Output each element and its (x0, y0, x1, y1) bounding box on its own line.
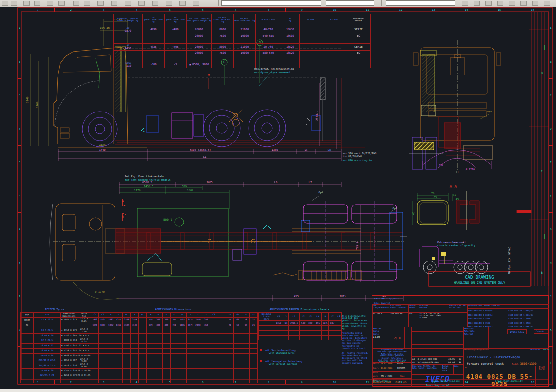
bearb-date: 16.01.2006 (381, 363, 397, 367)
table-cell (218, 338, 226, 343)
table-cell (249, 348, 257, 353)
table-cell: 04.06 (448, 361, 459, 364)
bearb-name: MAIER (397, 363, 403, 367)
toolbar-icon[interactable] (179, 1, 186, 6)
table-cell (210, 323, 218, 328)
list-item: D (18, 112, 21, 146)
table-cell: TYP (21, 313, 34, 318)
table-cell (107, 373, 115, 378)
drawing-label: Ø 1770 (466, 168, 475, 171)
table-cell (281, 38, 300, 43)
table-cell (115, 369, 122, 373)
toolbar-icon[interactable] (166, 1, 172, 6)
table-cell (138, 353, 146, 358)
table-cell (323, 61, 346, 68)
toolbar-icon[interactable] (474, 1, 480, 6)
table-cell (21, 358, 34, 363)
table-cell (115, 343, 122, 348)
toolbar-combobox[interactable] (221, 0, 321, 6)
table-cell (314, 330, 322, 335)
table-cell (178, 378, 186, 383)
table-cell (178, 353, 186, 358)
fzg-value: 380 08B NN (390, 312, 409, 327)
fg-zeichn-header: F+G-ZEICHN. NR. Dr.nr.-Nut (449, 304, 468, 313)
toolbar-icon[interactable] (11, 1, 17, 6)
note-bullet-icon (260, 349, 262, 351)
table-cell (186, 363, 194, 369)
toolbar-combobox[interactable] (326, 0, 374, 6)
toolbar-icon[interactable] (23, 1, 30, 6)
toolbar-icon[interactable] (111, 1, 117, 6)
toolbar-icon[interactable] (138, 1, 145, 6)
toolbar-icon[interactable] (125, 1, 131, 6)
list-item: 2 (55, 8, 88, 12)
table-cell (123, 333, 131, 338)
table-cell (234, 56, 256, 61)
list-item: C (549, 79, 553, 112)
table-cell (162, 328, 170, 333)
toolbar-icon[interactable] (485, 1, 492, 6)
table-cell (99, 353, 107, 358)
table-cell (274, 335, 283, 340)
table-cell (138, 363, 146, 369)
table-cell (123, 343, 131, 348)
table-cell (322, 335, 329, 340)
list-item: 4184 0824 DB 1 084/4c (468, 313, 508, 317)
table-cell (107, 363, 115, 369)
list-item: 4184 0826 DB 1 3500 (468, 321, 508, 326)
drawing-label: 1380 (271, 149, 278, 151)
table-cell (114, 33, 143, 38)
toolbar-icon[interactable] (497, 1, 503, 6)
table-cell (154, 378, 162, 383)
list-item: 4 (120, 8, 153, 12)
toolbar-icon[interactable] (193, 1, 199, 6)
toolbar-icon[interactable] (84, 1, 90, 6)
urspr-label: Urspr./Orig.: (372, 380, 432, 384)
toolbar-icon[interactable] (47, 1, 53, 6)
table-cell: 26000 (187, 50, 212, 56)
getriebe-value: ZF 16 S 181 TD (S) ZF 12 AS 2301 TD+GV T… (419, 312, 449, 327)
toolbar-icon[interactable] (544, 1, 550, 6)
table-cell (107, 328, 115, 333)
toolbar-icon[interactable] (73, 1, 79, 6)
drawing-viewport[interactable]: 910 A1495 ABGGMmax.dynam. Reifenausschla… (0, 7, 556, 389)
table-cell: 295/80 R 22.5 (34, 358, 61, 363)
list-item: B (549, 45, 553, 79)
drawing-label: M (208, 74, 210, 77)
table-cell (131, 378, 138, 383)
table-cell: 300 (154, 317, 162, 323)
table-cell: ▪ 1268 X 379 (61, 373, 77, 378)
table-cell (123, 353, 131, 358)
drawing-label: 1685 (206, 181, 212, 184)
list-item: 15 (483, 8, 517, 12)
toolbar-combobox[interactable] (386, 0, 455, 6)
table-cell (259, 325, 274, 330)
table-cell (234, 338, 242, 343)
toolbar-icon[interactable] (152, 1, 158, 6)
table-cell (131, 328, 138, 333)
table-cell (300, 56, 323, 61)
table-cell: -3 (165, 61, 187, 68)
toolbar-icon[interactable] (58, 1, 65, 6)
table-cell: 60 (234, 317, 242, 323)
toolbar-icon[interactable] (462, 1, 468, 6)
table-cell: 22.5 X 9.00 (77, 363, 91, 369)
table-cell (170, 353, 178, 358)
table-cell: C3 (210, 313, 218, 318)
table-cell (210, 363, 218, 369)
toolbar-icon[interactable] (532, 1, 538, 6)
toolbar-icon[interactable] (2, 1, 8, 6)
toolbar-icon[interactable] (97, 1, 104, 6)
dimensions-band-label: ABMESSUNGEN Dimensions (89, 308, 257, 311)
toolbar-icon[interactable] (34, 1, 40, 6)
table-cell (162, 369, 170, 373)
list-item: L (549, 347, 553, 380)
table-cell (162, 373, 170, 378)
toolbar-icon[interactable] (520, 1, 527, 6)
empty-cell (404, 327, 412, 349)
unter-header: UNTER- Baumu. (408, 304, 419, 313)
table-cell (300, 43, 323, 50)
table-cell (194, 369, 202, 373)
toolbar-icon[interactable] (509, 1, 515, 6)
table-cell (218, 369, 226, 373)
